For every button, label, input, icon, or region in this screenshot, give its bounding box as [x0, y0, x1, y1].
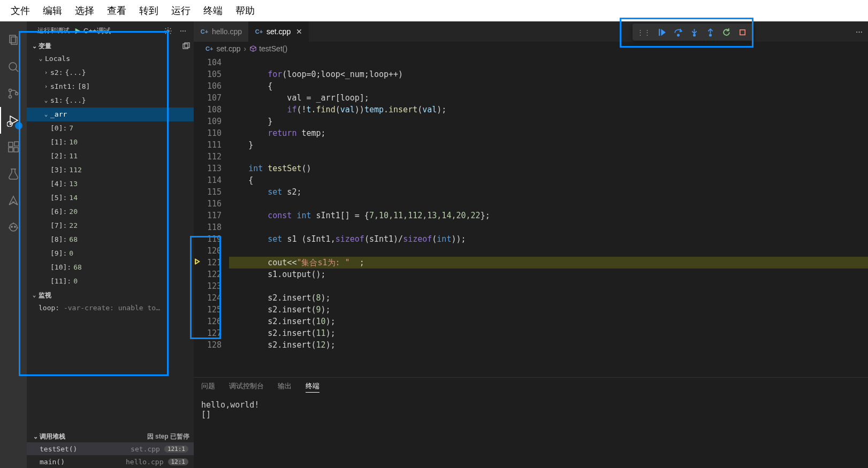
debug-more-icon[interactable]: ⋯ [180, 27, 186, 35]
activity-scm[interactable] [0, 80, 27, 107]
menu-terminal[interactable]: 终端 [197, 4, 229, 17]
svg-marker-16 [75, 28, 81, 34]
debug-sidebar: 运行和调试 C++调试 ⌄ ⋯ ⌄ 变量 ⌄Locals ›s2: {...} … [27, 21, 194, 468]
var-arr-item[interactable]: [7]: 22 [27, 219, 194, 233]
var-arr-item[interactable]: [0]: 7 [27, 121, 194, 135]
variables-label: 变量 [39, 42, 51, 51]
var-arr-item[interactable]: [1]: 10 [27, 135, 194, 149]
panel-tabs: 问题 调试控制台 输出 终端 [194, 378, 868, 395]
svg-point-4 [9, 89, 12, 92]
svg-rect-9 [9, 142, 13, 147]
close-tab-icon[interactable]: ✕ [296, 27, 302, 36]
debug-toolbar[interactable]: ⋮⋮ [633, 24, 753, 41]
svg-point-5 [9, 96, 12, 98]
menu-view[interactable]: 查看 [101, 4, 133, 17]
breadcrumb[interactable]: C+ set.cpp › testSet() [194, 42, 868, 56]
breadcrumb-file[interactable]: set.cpp [216, 44, 240, 53]
pause-reason: 因 step 已暂停 [147, 432, 189, 441]
svg-rect-1 [11, 37, 17, 44]
variables-tree: ⌄Locals ›s2: {...} ›sInt1: [8] ⌄s1: {...… [27, 52, 194, 431]
continue-button[interactable] [654, 25, 670, 39]
menu-file[interactable]: 文件 [4, 4, 36, 17]
svg-line-3 [16, 69, 18, 72]
drag-handle-icon[interactable]: ⋮⋮ [637, 28, 651, 36]
panel-tab-problems[interactable]: 问题 [201, 380, 215, 392]
svg-point-13 [10, 224, 17, 231]
var-arr-item[interactable]: [9]: 0 [27, 247, 194, 260]
tab-hello-cpp[interactable]: C+hello.cpp [194, 21, 248, 42]
svg-point-14 [11, 226, 12, 227]
svg-point-24 [677, 34, 679, 36]
step-into-button[interactable] [686, 25, 702, 39]
menu-run[interactable]: 运行 [165, 4, 197, 17]
svg-rect-29 [740, 29, 744, 34]
scope-locals[interactable]: ⌄Locals [27, 52, 194, 66]
watch-item-loop[interactable]: loop: -var-create: unable to… [27, 301, 194, 315]
callstack-section[interactable]: ⌄ 调用堆栈 因 step 已暂停 [27, 431, 194, 442]
var-arr-item[interactable]: [6]: 20 [27, 205, 194, 219]
var-arr-item[interactable]: [10]: 68 [27, 260, 194, 274]
cpp-file-icon: C+ [200, 27, 209, 36]
restart-button[interactable] [718, 25, 734, 39]
svg-rect-11 [14, 148, 18, 152]
var-arr-item[interactable]: [8]: 68 [27, 233, 194, 247]
svg-rect-19 [185, 43, 189, 48]
stop-button[interactable] [734, 25, 750, 39]
svg-point-2 [9, 63, 17, 70]
activity-misc[interactable] [0, 187, 27, 214]
code-editor[interactable]: 1041051061071081091101111121131141151161… [194, 56, 868, 377]
callstack-frame-0[interactable]: testSet() set.cpp 121:1 [27, 442, 194, 455]
config-dropdown-icon[interactable]: ⌄ [120, 27, 125, 34]
activity-copilot[interactable] [0, 214, 27, 241]
menu-help[interactable]: 帮助 [229, 4, 261, 17]
activity-explorer[interactable] [0, 27, 27, 53]
svg-rect-10 [9, 148, 13, 152]
activity-extensions[interactable] [0, 134, 27, 160]
collapse-all-icon[interactable] [182, 42, 191, 50]
panel-tab-terminal[interactable]: 终端 [306, 380, 319, 393]
var-arr-item[interactable]: [4]: 13 [27, 177, 194, 191]
debug-settings-icon[interactable] [164, 27, 172, 35]
var-s1[interactable]: ⌄s1: {...} [27, 94, 194, 108]
var-s2[interactable]: ›s2: {...} [27, 66, 194, 80]
var-sInt1[interactable]: ›sInt1: [8] [27, 80, 194, 94]
variables-section[interactable]: ⌄ 变量 [27, 40, 194, 52]
activity-search[interactable] [0, 53, 27, 80]
activity-testing[interactable] [0, 160, 27, 187]
breadcrumb-symbol[interactable]: testSet() [259, 44, 287, 53]
terminal-content[interactable]: hello,world! [] [194, 395, 868, 468]
panel: 问题 调试控制台 输出 终端 hello,world! [] [194, 377, 868, 468]
activity-bar [0, 21, 27, 468]
activity-debug[interactable] [0, 107, 27, 134]
code-content[interactable]: for(loop=0;loop<_num;loop++) { val = _ar… [229, 56, 868, 377]
start-debug-button[interactable] [74, 27, 81, 35]
more-actions-icon[interactable]: ⋯ [856, 28, 863, 36]
step-over-button[interactable] [670, 25, 686, 39]
callstack-label: 调用堆栈 [40, 432, 65, 441]
cpp-file-icon: C+ [255, 27, 263, 36]
chevron-down-icon: ⌄ [31, 433, 40, 440]
chevron-down-icon: ⌄ [30, 43, 39, 50]
watch-label: 监视 [39, 288, 51, 302]
var-arr[interactable]: ⌄_arr [27, 108, 194, 121]
tab-set-cpp[interactable]: C+set.cpp✕ [248, 21, 309, 42]
callstack-frame-1[interactable]: main() hello.cpp 12:1 [27, 455, 194, 468]
debug-header: 运行和调试 C++调试 ⌄ ⋯ [27, 21, 194, 40]
var-arr-item[interactable]: [5]: 14 [27, 191, 194, 205]
run-debug-title: 运行和调试 [37, 26, 70, 35]
step-out-button[interactable] [702, 25, 718, 39]
menu-selection[interactable]: 选择 [68, 4, 101, 17]
var-arr-item[interactable]: [11]: 0 [27, 274, 194, 288]
menu-go[interactable]: 转到 [133, 4, 165, 17]
terminal-line: hello,world! [201, 400, 861, 410]
var-arr-item[interactable]: [3]: 112 [27, 163, 194, 177]
cpp-file-icon: C+ [205, 45, 213, 52]
svg-point-15 [14, 226, 16, 227]
watch-section[interactable]: ⌄ 监视 [27, 289, 194, 301]
panel-tab-output[interactable]: 输出 [278, 380, 292, 392]
var-arr-item[interactable]: [2]: 11 [27, 149, 194, 163]
chevron-down-icon: ⌄ [30, 288, 39, 302]
menu-edit[interactable]: 编辑 [36, 4, 68, 17]
debug-config-name[interactable]: C++调试 [83, 26, 111, 36]
panel-tab-debug-console[interactable]: 调试控制台 [229, 380, 264, 392]
